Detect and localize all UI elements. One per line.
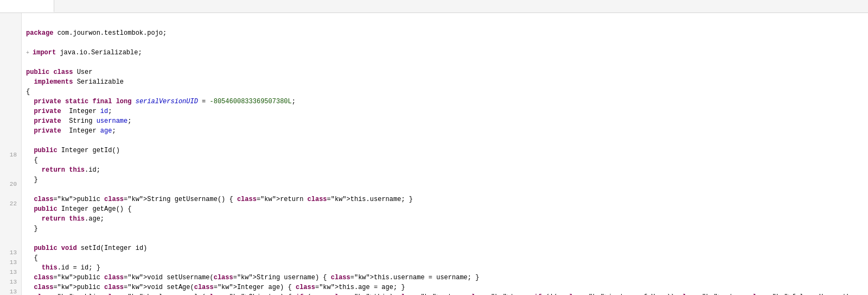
line-number: [4, 130, 17, 140]
code-line: }: [26, 175, 868, 185]
line-number: [4, 189, 17, 199]
tab-user-class[interactable]: [0, 0, 54, 12]
line-number: [4, 81, 17, 91]
line-number: [4, 140, 17, 150]
code-line: public class User: [26, 67, 868, 77]
code-line: class="kw">public class="kw">void setUse…: [26, 273, 868, 283]
code-line: package com.jourwon.testlombok.pojo;: [26, 28, 868, 38]
line-number: 13: [4, 287, 17, 295]
code-line: public void setId(Integer id): [26, 243, 868, 253]
line-number: 20: [4, 179, 17, 189]
line-number: [4, 23, 17, 33]
code-content: package com.jourwon.testlombok.pojo;+imp…: [22, 13, 868, 295]
code-line: this.id = id; }: [26, 263, 868, 273]
line-number: [4, 238, 17, 248]
code-line: implements Serializable: [26, 77, 868, 87]
code-line: [26, 58, 868, 67]
line-number: [4, 121, 17, 130]
code-line: return this.age;: [26, 214, 868, 224]
code-line: }: [26, 224, 868, 234]
line-number: [4, 52, 17, 62]
code-line: +import java.io.Serializable;: [26, 48, 868, 58]
line-number: [4, 170, 17, 179]
tab-close-icon[interactable]: [8, 5, 10, 7]
code-editor: 18202213131313131313 package com.jourwon…: [0, 13, 868, 295]
line-number: [4, 111, 17, 121]
code-line: private Integer id;: [26, 106, 868, 116]
code-line: class="kw">public class="kw">boolean equ…: [26, 292, 868, 295]
line-number: 13: [4, 258, 17, 267]
code-line: [26, 136, 868, 146]
line-number: 13: [4, 248, 17, 258]
line-number: [4, 72, 17, 81]
line-number: [4, 218, 17, 228]
code-line: return this.id;: [26, 165, 868, 175]
line-number: [4, 101, 17, 111]
code-line: class="kw">public class="kw">String getU…: [26, 194, 868, 204]
expand-icon[interactable]: +: [26, 48, 33, 58]
code-line: class="kw">public class="kw">void setAge…: [26, 283, 868, 292]
line-number: 13: [4, 267, 17, 277]
line-number: 22: [4, 199, 17, 209]
line-number: [4, 160, 17, 170]
line-number: [4, 91, 17, 101]
line-number: 18: [4, 150, 17, 160]
line-number: [4, 62, 17, 72]
code-line: private Integer age;: [26, 126, 868, 136]
code-line: [26, 38, 868, 48]
tab-bar: [0, 0, 868, 13]
code-line: [26, 234, 868, 243]
line-number: [4, 209, 17, 218]
code-line: {: [26, 87, 868, 97]
line-number: 13: [4, 277, 17, 287]
line-number: [4, 42, 17, 52]
line-numbers: 18202213131313131313: [0, 13, 22, 295]
code-line: public Integer getId(): [26, 146, 868, 155]
code-line: private static final long serialVersionU…: [26, 97, 868, 106]
line-number: [4, 228, 17, 238]
code-line: {: [26, 155, 868, 165]
line-number: [4, 33, 17, 42]
code-line: {: [26, 253, 868, 263]
code-line: private String username;: [26, 116, 868, 126]
code-line: public Integer getAge() {: [26, 204, 868, 214]
code-line: [26, 185, 868, 194]
line-number: [4, 13, 17, 23]
